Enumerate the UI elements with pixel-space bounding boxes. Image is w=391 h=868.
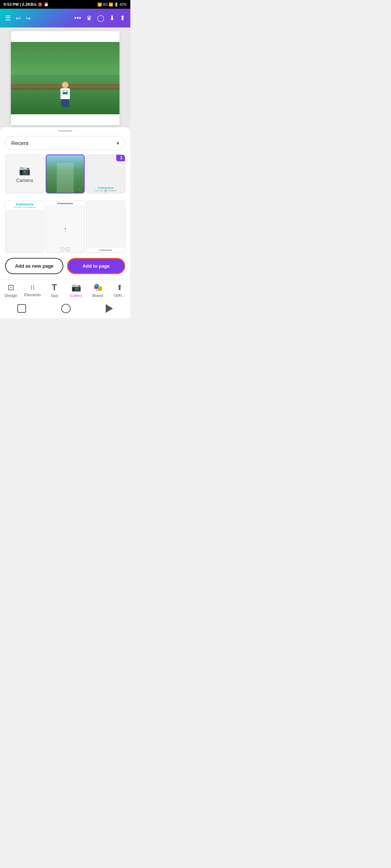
elements-label: Elements	[24, 293, 41, 297]
download-icon[interactable]: ⬇	[109, 14, 115, 22]
upload-label: Uplo...	[114, 293, 125, 297]
template-item-3[interactable]: Framework	[86, 201, 125, 253]
design-icon: ⊡	[8, 283, 14, 292]
recent-apps-button[interactable]	[17, 304, 26, 313]
undo-icon[interactable]: ↩	[16, 15, 21, 22]
canvas-image	[11, 42, 119, 114]
drag-handle-bar	[58, 130, 72, 132]
more-options-icon[interactable]: •••	[74, 14, 81, 22]
template-item-2[interactable]: Framework ↑	[46, 201, 85, 253]
tab-design[interactable]: ⊡ Design	[2, 283, 20, 298]
tab-text[interactable]: T Text	[45, 282, 63, 298]
template-2-arrow: ↑	[63, 225, 67, 234]
template-3-label: Framework	[88, 249, 124, 251]
camera-label: Camera	[16, 178, 33, 183]
template-row: Framework Your Trust, Our Confidence Fra…	[0, 199, 130, 254]
gallery-label: Gallery	[70, 293, 83, 298]
tab-upload[interactable]: ⬆ Uplo...	[110, 283, 129, 297]
template-1-logo: Framework	[7, 203, 42, 206]
camera-icon: 📷	[19, 165, 30, 176]
status-bar: 9:53 PM | 2.2KB/s 🔕 ⏰ 📶 4G 📶 🔋42%	[0, 0, 130, 9]
arrow-up-icon-page: ↑	[104, 187, 108, 193]
canvas-bottom-margin	[11, 114, 119, 125]
template-2-label: Framework	[47, 202, 84, 205]
system-nav	[0, 300, 130, 318]
canvas-top-margin	[11, 31, 119, 42]
elements-icon: ⁞⁞	[30, 284, 35, 292]
back-button[interactable]	[106, 304, 113, 313]
brand-label: Brand	[92, 293, 103, 298]
add-to-page-button[interactable]: Add to page	[67, 258, 125, 274]
canvas-card[interactable]	[11, 31, 119, 125]
text-icon: T	[52, 282, 57, 293]
menu-icon[interactable]: ☰	[5, 14, 11, 22]
home-button[interactable]	[61, 304, 71, 313]
gallery-icon: 📷	[71, 283, 81, 292]
drag-handle[interactable]	[0, 127, 130, 133]
photo-grid-item-1[interactable]: ↑	[46, 154, 85, 193]
tab-brand[interactable]: 🎭 Brand	[89, 283, 107, 298]
page-preview-1[interactable]: 1 Framework Your Trust, Our Confidence ↑	[86, 154, 125, 193]
chat-icon[interactable]: ◯	[97, 14, 104, 22]
design-label: Design	[5, 293, 17, 298]
template-1-sub: Your Trust, Our Confidence	[7, 206, 42, 208]
share-icon[interactable]: ⬆	[120, 14, 125, 22]
template-2-icon-1	[61, 247, 64, 251]
upload-icon: ⬆	[117, 283, 123, 292]
tab-elements[interactable]: ⁞⁞ Elements	[24, 284, 42, 297]
canvas-area	[0, 27, 130, 127]
redo-icon[interactable]: ↪	[26, 15, 30, 22]
template-2-icon-2	[66, 247, 70, 251]
crown-icon[interactable]: ♛	[86, 14, 92, 22]
text-label: Text	[51, 294, 58, 298]
tab-gallery[interactable]: 📷 Gallery	[67, 283, 85, 298]
bottom-nav: ⊡ Design ⁞⁞ Elements T Text 📷 Gallery 🎭 …	[0, 279, 130, 300]
image-grid: 📷 Camera ↑ 1 Framework Your Trust, Our C…	[0, 153, 130, 195]
bottom-panel: Recent ▾ 📷 Camera ↑ 1 Framework Your Tru…	[0, 127, 130, 279]
chevron-down-icon: ▾	[117, 140, 119, 146]
add-as-new-page-button[interactable]: Add as new page	[5, 258, 63, 274]
nav-bar: ☰ ↩ ↪ ••• ♛ ◯ ⬇ ⬆	[0, 9, 130, 27]
page-badge: 1	[116, 154, 125, 161]
template-item-1[interactable]: Framework Your Trust, Our Confidence	[5, 201, 44, 253]
dropdown-row: Recent ▾	[0, 133, 130, 153]
action-buttons: Add as new page Add to page	[0, 254, 130, 278]
dropdown-label: Recent	[11, 140, 29, 146]
recent-dropdown[interactable]: Recent ▾	[5, 136, 125, 150]
status-icons: 📶 4G 📶 🔋42%	[97, 3, 127, 7]
canvas-person	[60, 82, 71, 107]
camera-item[interactable]: 📷 Camera	[5, 154, 44, 193]
brand-icon: 🎭	[93, 283, 103, 292]
status-time-network: 9:53 PM | 2.2KB/s 🔕 ⏰	[4, 2, 49, 7]
